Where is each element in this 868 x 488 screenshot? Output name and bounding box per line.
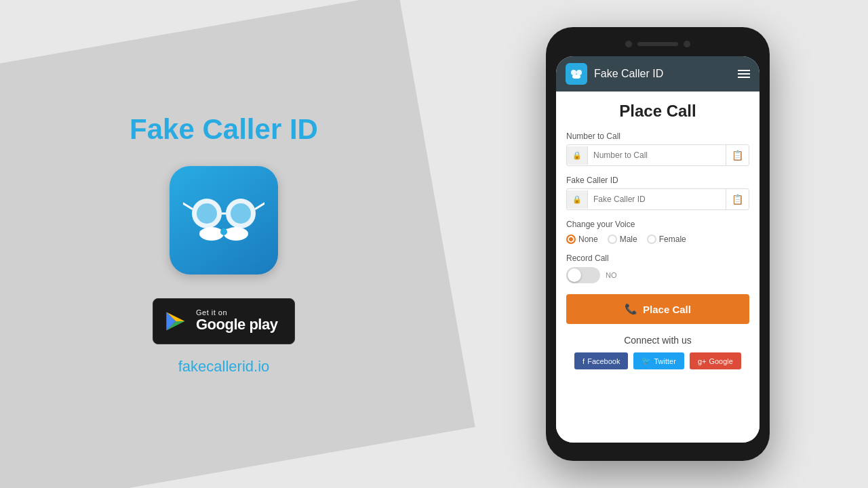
fake-caller-id-input[interactable] [588,190,726,209]
app-title: Fake Caller ID [130,113,318,146]
connect-title: Connect with us [566,335,749,346]
voice-none-radio[interactable] [566,235,576,244]
svg-point-9 [220,228,227,235]
svg-point-2 [197,203,217,224]
app-header-icon [566,63,587,85]
place-call-button[interactable]: 📞 Place Call [566,294,749,324]
facebook-icon: f [583,357,585,365]
svg-point-14 [571,70,576,75]
google-play-badge[interactable]: Get it on Google play [153,298,295,344]
badge-text: Get it on Google play [196,308,277,333]
number-to-call-label: Number to Call [566,131,749,141]
google-button[interactable]: g+ Google [690,352,741,369]
website-link[interactable]: fakecallerid.io [178,358,270,375]
voice-none-label: None [578,235,598,244]
svg-point-15 [576,70,582,75]
place-call-title: Place Call [566,102,749,121]
toggle-no-label: NO [606,271,617,279]
google-play-label: Google play [196,317,277,333]
hamburger-menu[interactable] [738,70,750,78]
svg-point-17 [575,75,580,79]
phone-camera [625,41,632,47]
phone-screen: Fake Caller ID Place Call Number to Call… [556,56,760,443]
svg-point-7 [199,227,224,241]
connect-section: Connect with us f Facebook 🐦 Twitter [566,335,749,369]
svg-line-6 [256,203,264,209]
voice-radio-group: None Male Female [566,235,749,244]
voice-male-label: Male [620,235,637,244]
facebook-label: Facebook [587,357,620,365]
phone-camera-2 [684,41,690,47]
facebook-button[interactable]: f Facebook [574,352,628,369]
svg-point-8 [224,227,248,241]
number-prefix: 🔒 [567,146,588,165]
record-call-label: Record Call [566,253,749,263]
phone-mockup: Fake Caller ID Place Call Number to Call… [546,27,770,461]
voice-female-option[interactable]: Female [647,235,686,244]
record-call-section: Record Call NO [566,253,749,283]
toggle-knob [568,268,581,282]
google-label: Google [709,357,732,365]
toggle-container: NO [566,267,749,283]
voice-none-option[interactable]: None [566,235,598,244]
right-panel: Fake Caller ID Place Call Number to Call… [448,0,868,488]
place-call-button-label: Place Call [643,304,691,315]
twitter-label: Twitter [654,357,675,365]
change-voice-label: Change your Voice [566,220,749,229]
svg-point-3 [231,203,251,224]
app-content: Place Call Number to Call 🔒 📋 Fake Calle… [556,92,760,443]
app-header: Fake Caller ID [556,56,760,92]
twitter-icon: 🐦 [642,357,651,365]
app-header-title: Fake Caller ID [594,68,731,80]
voice-female-radio[interactable] [647,235,656,244]
svg-line-5 [183,203,192,209]
number-suffix-icon: 📋 [726,145,749,165]
callerid-prefix: 🔒 [567,190,588,209]
voice-female-label: Female [659,235,686,244]
fake-caller-id-label: Fake Caller ID [566,176,749,185]
fake-caller-id-row: 🔒 📋 [566,188,749,210]
voice-male-option[interactable]: Male [608,235,637,244]
phone-speaker [637,42,678,46]
phone-top-bar [556,37,760,51]
voice-male-radio[interactable] [608,235,617,244]
phone-icon: 📞 [625,303,637,315]
callerid-suffix-icon: 📋 [726,189,749,209]
twitter-button[interactable]: 🐦 Twitter [633,352,684,369]
google-icon: g+ [698,357,707,365]
record-toggle[interactable] [566,267,600,283]
left-panel: Fake Caller ID [0,0,448,488]
number-to-call-row: 🔒 📋 [566,144,749,166]
app-icon [170,166,278,274]
number-to-call-input[interactable] [588,146,726,165]
social-buttons: f Facebook 🐦 Twitter g+ Google [566,352,749,369]
